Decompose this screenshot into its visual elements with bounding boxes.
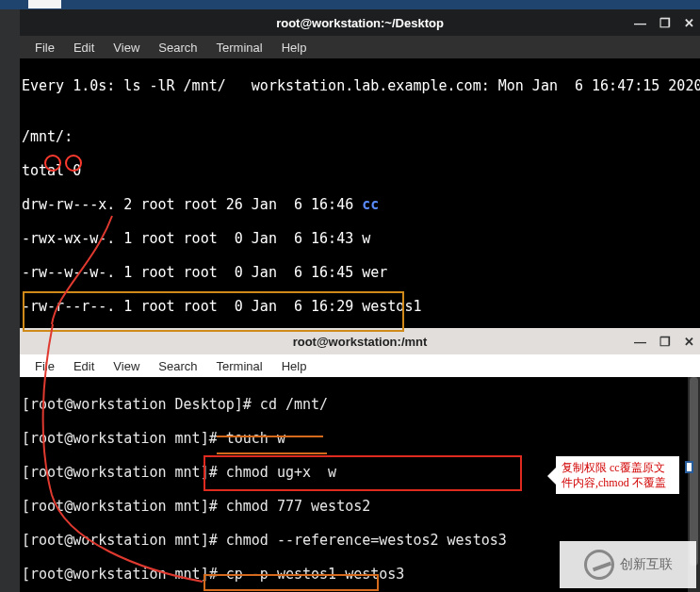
menu-help[interactable]: Help [272, 39, 317, 57]
window-title-1: root@workstation:~/Desktop [276, 16, 444, 30]
menubar-1: File Edit View Search Terminal Help [20, 36, 700, 58]
output-line: -rw-r--r--. 1 root root 0 Jan 6 16:29 we… [22, 298, 698, 315]
watermark: 创新互联 [560, 541, 696, 588]
minimize-button[interactable]: — [634, 16, 646, 30]
output-line: drw-rw---x. 2 root root 26 Jan 6 16:46 c… [22, 196, 698, 213]
close-button[interactable]: ✕ [684, 16, 694, 30]
annotation-blue-mark [685, 461, 693, 473]
output-line: -rw--w--w-. 1 root root 0 Jan 6 16:45 we… [22, 264, 698, 281]
output-line: Every 1.0s: ls -lR /mnt/ workstation.lab… [22, 77, 698, 94]
close-button[interactable]: ✕ [684, 335, 694, 349]
watermark-logo-icon [584, 550, 614, 580]
window-controls-1: — ❐ ✕ [634, 16, 694, 30]
output-line: [root@workstation mnt]# chmod 777 westos… [22, 498, 698, 515]
watermark-text: 创新互联 [620, 556, 673, 573]
output-line: /mnt/: [22, 128, 698, 145]
annotation-callout: 复制权限 cc覆盖原文 件内容,chmod 不覆盖 [554, 454, 681, 496]
background-strip [0, 0, 700, 9]
callout-line1: 复制权限 cc覆盖原文 [562, 460, 674, 475]
output-line: [root@workstation mnt]# touch w [22, 430, 698, 447]
terminal-window-1: root@workstation:~/Desktop — ❐ ✕ File Ed… [20, 9, 700, 329]
menubar-2: File Edit View Search Terminal Help [20, 354, 700, 377]
maximize-button[interactable]: ❐ [659, 16, 671, 30]
output-line: [root@workstation Desktop]# cd /mnt/ [22, 396, 698, 413]
menu-search[interactable]: Search [149, 39, 206, 57]
menu-search[interactable]: Search [149, 357, 206, 375]
menu-help[interactable]: Help [272, 357, 317, 375]
output-line: -rwx-wx-w-. 1 root root 0 Jan 6 16:43 w [22, 230, 698, 247]
titlebar-2[interactable]: root@workstation:/mnt — ❐ ✕ [20, 328, 700, 354]
menu-file[interactable]: File [25, 357, 64, 375]
window-title-2: root@workstation:/mnt [293, 335, 428, 349]
menu-view[interactable]: View [104, 39, 149, 57]
menu-terminal[interactable]: Terminal [207, 357, 272, 375]
callout-line2: 件内容,chmod 不覆盖 [562, 475, 674, 490]
window-controls-2: — ❐ ✕ [634, 335, 694, 349]
output-line: total 0 [22, 162, 698, 179]
menu-file[interactable]: File [25, 39, 64, 57]
menu-view[interactable]: View [104, 357, 149, 375]
menu-edit[interactable]: Edit [64, 39, 104, 57]
titlebar-1[interactable]: root@workstation:~/Desktop — ❐ ✕ [20, 9, 700, 36]
menu-terminal[interactable]: Terminal [207, 39, 272, 57]
background-strip-white [28, 0, 61, 8]
maximize-button[interactable]: ❐ [659, 335, 671, 349]
menu-edit[interactable]: Edit [64, 357, 104, 375]
minimize-button[interactable]: — [634, 335, 646, 349]
